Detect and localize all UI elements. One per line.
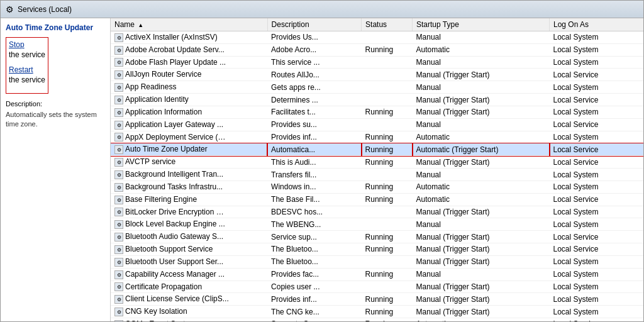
service-logon: Local System: [550, 180, 644, 193]
col-header-desc[interactable]: Description: [267, 18, 361, 31]
action-box: Stop the service Restart the service: [6, 37, 48, 94]
service-status: [362, 31, 413, 44]
service-logon: Local System: [550, 268, 644, 280]
table-row[interactable]: ⚙AVCTP serviceThis is Audi...RunningManu…: [111, 156, 643, 169]
service-startup: Manual (Trigger Start): [413, 306, 550, 318]
table-row[interactable]: ⚙Background Tasks Infrastru...Windows in…: [111, 180, 643, 193]
service-status: Running: [362, 243, 413, 256]
service-icon: ⚙: [114, 196, 123, 204]
service-name: ⚙Application Identity: [111, 94, 267, 106]
service-name: ⚙ActiveX Installer (AxInstSV): [111, 31, 267, 44]
service-desc: The Base Fil...: [267, 193, 361, 206]
service-status: Running: [362, 268, 413, 280]
service-name: ⚙Bluetooth User Support Ser...: [111, 255, 267, 268]
service-desc: Determines ...: [267, 94, 361, 106]
sort-arrow-name: ▲: [138, 22, 143, 28]
service-desc: Routes AllJo...: [267, 69, 361, 81]
service-icon: ⚙: [114, 233, 123, 242]
service-icon: ⚙: [114, 108, 123, 117]
service-desc: Provides Us...: [267, 31, 361, 44]
table-row[interactable]: ⚙Capability Access Manager ...Provides f…: [111, 268, 643, 280]
table-row[interactable]: ⚙Certificate PropagationCopies user ...M…: [111, 280, 643, 293]
table-row[interactable]: ⚙Adobe Flash Player Update ...This servi…: [111, 56, 643, 69]
col-header-name[interactable]: Name ▲: [111, 18, 267, 31]
service-startup: Manual (Trigger Start): [413, 94, 550, 106]
service-name: ⚙COM+ Event System: [111, 318, 267, 321]
service-desc: The WBENG...: [267, 218, 361, 231]
table-row[interactable]: ⚙Base Filtering EngineThe Base Fil...Run…: [111, 193, 643, 206]
service-name: ⚙AppX Deployment Service (…: [111, 131, 267, 143]
service-logon: Local Service: [550, 318, 644, 321]
service-status: Running: [362, 156, 413, 169]
service-desc: Gets apps re...: [267, 81, 361, 94]
service-desc: Provides su...: [267, 118, 361, 131]
table-row[interactable]: ⚙Adobe Acrobat Update Serv...Adobe Acro.…: [111, 43, 643, 56]
service-status: [362, 218, 413, 231]
service-startup: Manual (Trigger Start): [413, 255, 550, 268]
service-logon: Local System: [550, 131, 644, 143]
table-row[interactable]: ⚙Application InformationFacilitates t...…: [111, 106, 643, 118]
service-desc: Automatica...: [267, 143, 361, 156]
service-startup: Automatic: [413, 180, 550, 193]
table-row[interactable]: ⚙Background Intelligent Tran...Transfers…: [111, 169, 643, 181]
table-row[interactable]: ⚙Bluetooth User Support Ser...The Blueto…: [111, 255, 643, 268]
col-header-startup[interactable]: Startup Type: [413, 18, 550, 31]
service-name: ⚙App Readiness: [111, 81, 267, 94]
service-startup: Manual (Trigger Start): [413, 293, 550, 306]
table-row[interactable]: ⚙BitLocker Drive Encryption …BDESVC hos.…: [111, 206, 643, 218]
table-row[interactable]: ⚙Application IdentityDetermines ...Manua…: [111, 94, 643, 106]
table-row[interactable]: ⚙Bluetooth Audio Gateway S...Service sup…: [111, 231, 643, 243]
table-row[interactable]: ⚙Auto Time Zone UpdaterAutomatica...Runn…: [111, 143, 643, 156]
service-desc: This is Audi...: [267, 156, 361, 169]
restart-link[interactable]: Restart: [9, 65, 45, 74]
service-startup: Manual (Trigger Start): [413, 106, 550, 118]
service-name: ⚙Background Tasks Infrastru...: [111, 180, 267, 193]
service-desc: Facilitates t...: [267, 106, 361, 118]
desc-text: Automatically sets the system time zone.: [6, 110, 105, 130]
service-desc: This service ...: [267, 56, 361, 69]
stop-suffix: the service: [9, 50, 45, 59]
service-logon: Local System: [550, 255, 644, 268]
table-row[interactable]: ⚙ActiveX Installer (AxInstSV)Provides Us…: [111, 31, 643, 44]
table-row[interactable]: ⚙AllJoyn Router ServiceRoutes AllJo...Ma…: [111, 69, 643, 81]
table-row[interactable]: ⚙CNG Key IsolationThe CNG ke...RunningMa…: [111, 306, 643, 318]
table-row[interactable]: ⚙App ReadinessGets apps re...ManualLocal…: [111, 81, 643, 94]
service-status: [362, 56, 413, 69]
title-bar: ⚙ Services (Local): [1, 1, 643, 18]
table-row[interactable]: ⚙AppX Deployment Service (…Provides inf.…: [111, 131, 643, 143]
service-status: Running: [362, 293, 413, 306]
service-name: ⚙CNG Key Isolation: [111, 306, 267, 318]
stop-link[interactable]: Stop: [9, 40, 45, 49]
service-name: ⚙Application Layer Gateway ...: [111, 118, 267, 131]
content-area: Auto Time Zone Updater Stop the service …: [1, 18, 643, 321]
desc-heading: Description:: [6, 100, 105, 108]
service-icon: ⚙: [114, 33, 123, 42]
service-name: ⚙Bluetooth Support Service: [111, 243, 267, 256]
service-icon: ⚙: [114, 320, 123, 321]
service-startup: Automatic: [413, 318, 550, 321]
service-icon: ⚙: [114, 158, 123, 167]
title-bar-text: Services (Local): [18, 5, 72, 14]
service-icon: ⚙: [114, 282, 123, 291]
service-name: ⚙Capability Access Manager ...: [111, 268, 267, 280]
service-logon: Local Service: [550, 243, 644, 256]
service-desc: Service sup...: [267, 231, 361, 243]
service-startup: Manual: [413, 31, 550, 44]
table-row[interactable]: ⚙Application Layer Gateway ...Provides s…: [111, 118, 643, 131]
service-startup: Manual: [413, 118, 550, 131]
services-window: ⚙ Services (Local) Auto Time Zone Update…: [0, 0, 644, 322]
service-status: Running: [362, 131, 413, 143]
table-row[interactable]: ⚙COM+ Event SystemSupports Sy...RunningA…: [111, 318, 643, 321]
table-row[interactable]: ⚙Bluetooth Support ServiceThe Bluetoo...…: [111, 243, 643, 256]
service-logon: Local System: [550, 280, 644, 293]
service-name: ⚙Auto Time Zone Updater: [111, 143, 267, 156]
col-header-logon[interactable]: Log On As: [550, 18, 644, 31]
service-status: [362, 118, 413, 131]
service-status: Running: [362, 180, 413, 193]
service-name: ⚙Bluetooth Audio Gateway S...: [111, 231, 267, 243]
col-header-status[interactable]: Status: [362, 18, 413, 31]
table-row[interactable]: ⚙Block Level Backup Engine ...The WBENG.…: [111, 218, 643, 231]
service-icon: ⚙: [114, 258, 123, 267]
table-row[interactable]: ⚙Client License Service (ClipS...Provide…: [111, 293, 643, 306]
service-status: Running: [362, 106, 413, 118]
